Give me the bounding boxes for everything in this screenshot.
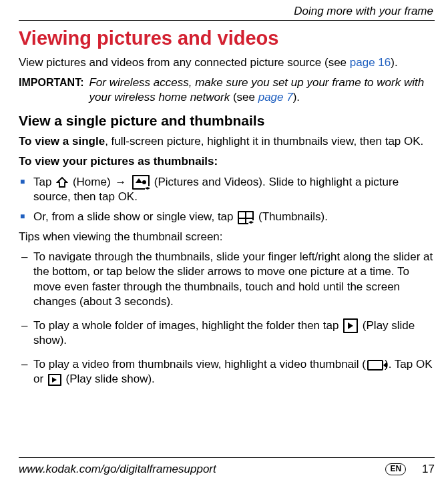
footer-right: EN 17 (385, 462, 435, 477)
bullet-item-thumbnails: Or, from a slide show or single view, ta… (19, 210, 435, 224)
play-slideshow-icon (343, 318, 358, 333)
important-block: IMPORTANT: For wireless access, make sur… (19, 75, 435, 105)
arrow-right-icon: → (115, 176, 126, 188)
page-number: 17 (422, 462, 435, 477)
important-see-close: ). (293, 91, 300, 103)
tip-b-pre: To play a whole folder of images, highli… (33, 319, 342, 332)
single-view-lead: To view a single (19, 135, 105, 148)
play-slideshow-small-icon (48, 374, 61, 386)
tip-c-post: (Play slide show). (66, 373, 155, 385)
footer-url[interactable]: www.kodak.com/go/digitalframesupport (19, 462, 216, 477)
link-page-7[interactable]: page 7 (258, 91, 293, 103)
thumbnails-heading: To view your pictures as thumbnails: (19, 154, 435, 169)
bullet-a-home-label: (Home) (73, 176, 111, 188)
important-label: IMPORTANT: (19, 75, 83, 90)
important-see-open: (see (233, 91, 258, 103)
bullet-item-home: Tap (Home) → ◂▸ (Pictures and Videos). S… (19, 175, 435, 205)
bullet-list: Tap (Home) → ◂▸ (Pictures and Videos). S… (19, 175, 435, 225)
thumbnails-icon: ◂▸ (238, 211, 254, 224)
section-subtitle: View a single picture and thumbnails (19, 111, 435, 130)
single-view-paragraph: To view a single, full-screen picture, h… (19, 134, 435, 149)
tip-c-pre: To play a video from thumbnails view, hi… (33, 358, 366, 371)
important-body: For wireless access, make sure you set u… (89, 75, 435, 105)
page-title: Viewing pictures and videos (19, 26, 435, 51)
header-rule (19, 20, 435, 21)
language-badge: EN (385, 463, 406, 475)
link-page-16[interactable]: page 16 (350, 56, 391, 69)
bullet-b-pre: Or, from a slide show or single view, ta… (33, 210, 236, 223)
single-view-rest: , full-screen picture, highlight it in t… (105, 135, 423, 148)
bullet-a-pre: Tap (33, 176, 55, 188)
tip-play-folder: To play a whole folder of images, highli… (19, 318, 435, 348)
running-header: Doing more with your frame (19, 4, 435, 19)
tip-play-video: To play a video from thumbnails view, hi… (19, 357, 435, 387)
home-icon (56, 176, 68, 188)
intro-paragraph: View pictures and videos from any connec… (19, 55, 435, 70)
intro-tail: ). (391, 56, 397, 69)
tips-lead: Tips when viewing the thumbnail screen: (19, 230, 435, 244)
bullet-b-rest: (Thumbnails). (258, 210, 328, 223)
video-thumbnail-icon (367, 360, 383, 371)
tip-navigate: To navigate through the thumbnails, slid… (19, 250, 435, 308)
pictures-videos-icon: ◂▸ (132, 175, 150, 190)
footer: www.kodak.com/go/digitalframesupport EN … (19, 457, 435, 477)
intro-text: View pictures and videos from any connec… (19, 56, 350, 69)
tips-list: To navigate through the thumbnails, slid… (19, 250, 435, 387)
